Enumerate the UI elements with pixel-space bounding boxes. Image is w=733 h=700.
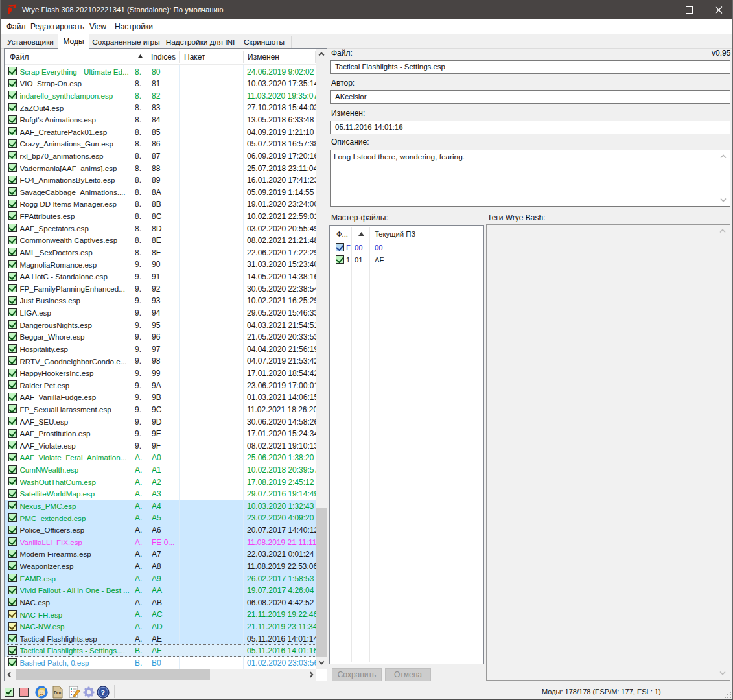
svg-text:Doc: Doc xyxy=(54,690,62,695)
svg-text:?: ? xyxy=(101,688,106,697)
